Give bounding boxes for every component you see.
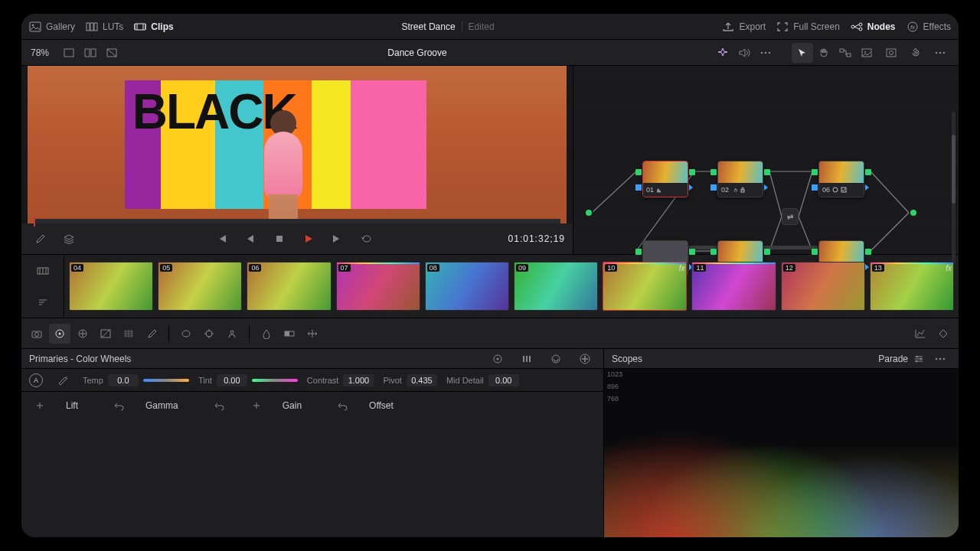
gallery-icon	[29, 21, 41, 32]
strip-sort-button[interactable]	[32, 292, 54, 312]
node-01[interactable]: 01	[642, 161, 688, 197]
pick-wb-button[interactable]	[52, 370, 74, 390]
temp-value[interactable]: 0.0	[108, 374, 139, 386]
color-wheels-button[interactable]	[49, 324, 70, 344]
next-clip-button[interactable]	[327, 229, 348, 249]
image-wipe-button[interactable]	[856, 43, 877, 63]
log-mode-button[interactable]	[545, 349, 567, 369]
zoom-level[interactable]: 78%	[21, 47, 58, 58]
tint-value[interactable]: 0.00	[217, 374, 247, 386]
clip-thumb-12[interactable]: 12	[781, 262, 865, 311]
fullscreen-button[interactable]: Full Screen	[776, 21, 840, 32]
strip-view-button[interactable]	[32, 261, 54, 281]
hdr-button[interactable]	[72, 324, 93, 344]
lift-reset[interactable]	[109, 396, 130, 416]
export-icon	[722, 21, 734, 32]
luts-label: LUTs	[103, 21, 123, 32]
graph-input[interactable]	[584, 208, 593, 217]
middetail-value[interactable]: 0.00	[488, 374, 519, 386]
viewer-menu[interactable]	[755, 43, 776, 63]
bars-icon	[521, 354, 533, 364]
gain-target-button[interactable]	[246, 396, 267, 416]
node-layout-button[interactable]	[835, 43, 856, 63]
svg-point-1	[32, 24, 34, 26]
clip-thumb-11[interactable]: 11	[691, 262, 776, 311]
curves-button[interactable]	[95, 324, 116, 344]
highlight-button[interactable]	[101, 43, 122, 63]
nodes-button[interactable]: Nodes	[851, 21, 896, 32]
tracking-button[interactable]	[198, 324, 220, 344]
clip-thumb-06[interactable]: 06	[247, 262, 331, 311]
magic-mask-button[interactable]	[221, 324, 243, 344]
clip-thumb-07[interactable]: 07	[336, 262, 420, 311]
auto-balance-button[interactable]: A	[29, 373, 43, 387]
clips-button[interactable]: Clips	[134, 21, 173, 32]
prev-clip-button[interactable]	[211, 229, 232, 249]
pointer-icon	[796, 47, 808, 58]
viewer-scrubber[interactable]	[34, 219, 560, 223]
luts-icon	[86, 21, 98, 32]
fullscreen-label: Full Screen	[793, 21, 840, 32]
play-button[interactable]	[298, 229, 319, 249]
warper-button[interactable]	[118, 324, 139, 344]
clip-thumb-13[interactable]: 13fx	[870, 262, 954, 311]
clip-thumb-04[interactable]: 04	[69, 262, 153, 311]
node-scrollbar[interactable]	[952, 112, 956, 265]
temp-slider[interactable]	[143, 379, 189, 382]
stop-button[interactable]	[269, 229, 290, 249]
window-button[interactable]	[175, 324, 197, 344]
split-view-button[interactable]	[80, 43, 101, 63]
blur-button[interactable]	[256, 324, 277, 344]
clip-thumb-05[interactable]: 05	[158, 262, 242, 311]
node-02[interactable]: 02fx	[717, 161, 763, 197]
eyedropper-button[interactable]	[29, 229, 51, 249]
primaries-panel: Primaries - Color Wheels A Temp0.0 Tint0…	[21, 349, 603, 537]
clip-thumb-10[interactable]: 10fx	[603, 262, 687, 311]
export-button[interactable]: Export	[722, 21, 766, 32]
gallery-button[interactable]: Gallery	[29, 21, 75, 32]
pivot-value[interactable]: 0.435	[407, 374, 437, 386]
effects-button[interactable]: fx Effects	[906, 21, 951, 32]
scopes-mode[interactable]: Parade	[878, 354, 908, 364]
hand-tool[interactable]	[813, 43, 835, 63]
magic-button[interactable]	[712, 43, 733, 63]
svg-rect-2	[87, 23, 90, 31]
expand-button[interactable]	[574, 349, 596, 369]
camera-raw-button[interactable]	[26, 324, 47, 344]
qualifier-button[interactable]	[141, 324, 162, 344]
lift-target-button[interactable]	[29, 396, 51, 416]
gain-reset[interactable]	[332, 396, 354, 416]
viewer-image[interactable]	[28, 66, 567, 223]
reset-button[interactable]	[905, 43, 926, 63]
scopes-menu[interactable]	[929, 349, 951, 369]
svg-rect-12	[85, 49, 90, 57]
keyframes-button[interactable]	[910, 324, 931, 344]
scopes-settings-button[interactable]	[908, 349, 929, 369]
single-view-button[interactable]	[58, 43, 80, 63]
clip-thumb-09[interactable]: 09	[514, 262, 598, 311]
node-06[interactable]: 06	[818, 161, 864, 197]
layers-button[interactable]	[58, 229, 80, 249]
contrast-value[interactable]: 1.000	[343, 374, 374, 386]
layer-mixer-node[interactable]: ⇄	[782, 208, 799, 225]
bars-mode-button[interactable]	[516, 349, 537, 369]
loop-button[interactable]	[356, 229, 377, 249]
zoom-fit-button[interactable]	[880, 43, 902, 63]
node-graph[interactable]: ⇄0102fx06030407	[573, 66, 959, 254]
info-button[interactable]	[933, 324, 954, 344]
luts-button[interactable]: LUTs	[86, 21, 123, 32]
color-tools-row	[21, 318, 959, 349]
audio-button[interactable]	[733, 43, 755, 63]
gamma-reset[interactable]	[209, 396, 230, 416]
wheels-mode-button[interactable]	[487, 349, 508, 369]
tint-slider[interactable]	[252, 379, 298, 382]
key-button[interactable]	[279, 324, 300, 344]
sizing-button[interactable]	[302, 324, 323, 344]
pointer-tool[interactable]	[792, 43, 813, 63]
clip-thumb-08[interactable]: 08	[425, 262, 509, 311]
timecode[interactable]: 01:01:32;19	[508, 233, 565, 244]
node-menu[interactable]	[929, 43, 951, 63]
scope-display[interactable]: 1023896768	[604, 369, 959, 537]
step-back-button[interactable]	[240, 229, 261, 249]
graph-output[interactable]	[909, 208, 918, 217]
